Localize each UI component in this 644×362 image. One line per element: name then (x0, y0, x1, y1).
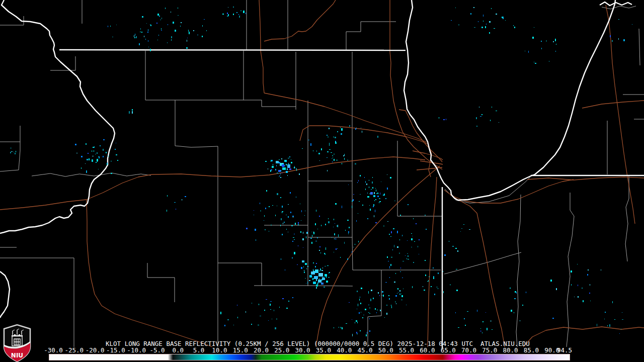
radar-echo (115, 149, 116, 150)
radar-echo (292, 297, 293, 298)
radar-echo (469, 229, 470, 230)
radar-echo (325, 224, 326, 225)
radar-echo (316, 263, 317, 264)
radar-echo (246, 13, 246, 14)
radar-echo (167, 42, 168, 43)
radar-echo (289, 168, 291, 170)
radar-echo (535, 63, 536, 64)
radar-echo (165, 8, 166, 9)
state-border-line (0, 0, 115, 233)
radar-echo (306, 268, 307, 269)
county-line (602, 6, 636, 9)
radar-echo (313, 262, 314, 263)
radar-echo (349, 125, 350, 127)
radar-echo (334, 154, 335, 154)
radar-echo (287, 168, 288, 170)
radar-echo (359, 299, 360, 301)
radar-echo (11, 151, 13, 152)
radar-echo (456, 269, 457, 269)
radar-echo (320, 268, 321, 270)
radar-echo (16, 151, 16, 152)
radar-echo (193, 30, 194, 31)
radar-echo (281, 218, 282, 220)
radar-echo (204, 19, 205, 20)
radar-echo (352, 201, 353, 202)
radar-echo (455, 8, 456, 8)
radar-echo (386, 305, 387, 306)
radar-echo (86, 143, 87, 145)
radar-echo (335, 203, 337, 205)
road-line (399, 110, 442, 162)
radar-echo (220, 312, 221, 314)
radar-echo (240, 11, 242, 11)
radar-echo (406, 305, 407, 305)
radar-echo (76, 153, 77, 153)
radar-echo (443, 119, 445, 120)
radar-echo (288, 204, 289, 205)
radar-echo (588, 269, 589, 270)
radar-echo (129, 111, 130, 114)
radar-echo (157, 40, 158, 40)
radar-echo (298, 222, 299, 224)
radar-echo (429, 277, 430, 277)
radar-echo (141, 32, 142, 33)
radar-echo (376, 312, 377, 313)
radar-echo (279, 176, 280, 177)
radar-echo (589, 293, 590, 294)
radar-echo (368, 312, 369, 313)
radar-echo (276, 165, 277, 166)
radar-echo (306, 232, 308, 232)
radar-echo (306, 236, 306, 238)
radar-echo (296, 197, 296, 198)
radar-echo (326, 247, 326, 250)
radar-echo (256, 239, 256, 241)
radar-echo (285, 269, 285, 270)
county-line (145, 100, 296, 107)
radar-echo (252, 303, 252, 304)
radar-echo (342, 163, 342, 164)
radar-echo (427, 281, 429, 282)
radar-echo (324, 253, 325, 254)
radar-echo (284, 165, 285, 166)
radar-echo (237, 305, 237, 306)
radar-echo (342, 206, 342, 208)
radar-echo (310, 238, 312, 239)
radar-echo (464, 318, 465, 319)
radar-echo (578, 285, 578, 286)
radar-echo (458, 25, 459, 25)
radar-echo (282, 211, 283, 212)
radar-echo (457, 250, 458, 252)
radar-echo (388, 261, 389, 261)
radar-echo (282, 298, 284, 299)
county-line (147, 263, 175, 302)
radar-echo (395, 302, 396, 302)
radar-echo (269, 231, 269, 232)
road-line (428, 177, 437, 347)
radar-echo (443, 271, 443, 272)
radar-echo (397, 231, 398, 233)
radar-echo (385, 282, 387, 283)
radar-echo (315, 223, 316, 225)
radar-echo (329, 128, 330, 129)
radar-echo (384, 317, 385, 318)
radar-echo (618, 19, 619, 20)
radar-echo (399, 253, 400, 253)
radar-echo (282, 172, 282, 173)
radar-echo (92, 156, 94, 156)
radar-echo (318, 280, 321, 283)
radar-echo (185, 196, 186, 197)
radar-echo (318, 273, 323, 277)
radar-echo (134, 35, 134, 37)
radar-echo (273, 164, 273, 165)
radar-echo (582, 288, 583, 289)
roads-layer (0, 0, 644, 347)
radar-echo (227, 319, 229, 320)
radar-echo (316, 287, 317, 289)
radar-echo (282, 167, 286, 170)
radar-echo (275, 327, 276, 329)
radar-echo (382, 291, 383, 293)
radar-echo (271, 160, 271, 162)
radar-echo (271, 160, 273, 161)
radar-echo (398, 292, 398, 293)
radar-echo (355, 244, 355, 245)
